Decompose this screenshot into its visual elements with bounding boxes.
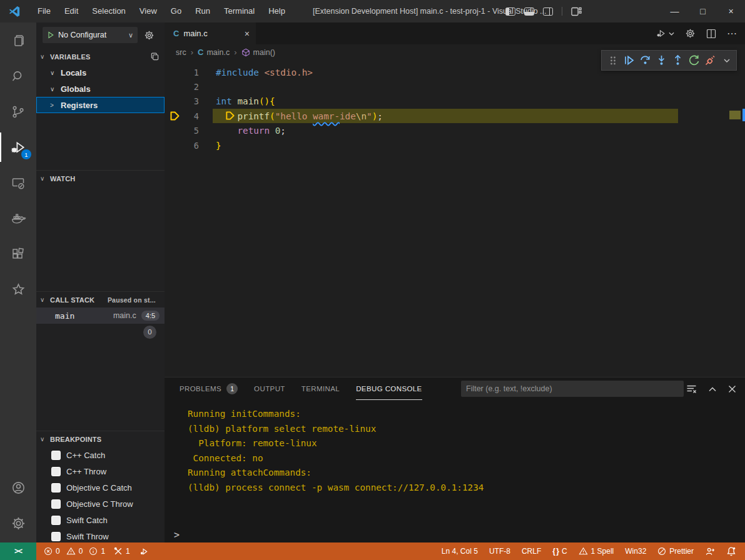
code-editor[interactable]: 1 #include <stdio.h> 2 3 int main(){ 4 p… bbox=[165, 60, 745, 152]
checkbox[interactable] bbox=[51, 483, 61, 492]
accounts-icon[interactable] bbox=[0, 470, 36, 506]
more-actions-icon[interactable]: ⋯ bbox=[727, 28, 737, 39]
toggle-sidebar-icon[interactable] bbox=[505, 8, 515, 16]
console-line: Running attachCommands: bbox=[188, 466, 745, 481]
checkbox[interactable] bbox=[51, 467, 61, 476]
variables-registers-row[interactable]: > Registers bbox=[36, 97, 165, 113]
toolbar-drag-grip[interactable] bbox=[607, 53, 619, 68]
checkbox[interactable] bbox=[51, 516, 61, 525]
minimize-button[interactable]: — bbox=[661, 0, 689, 22]
tab-terminal[interactable]: TERMINAL bbox=[302, 378, 340, 400]
launch-config-gear-icon[interactable] bbox=[144, 30, 155, 41]
token-paren: ( bbox=[270, 111, 275, 121]
search-icon[interactable] bbox=[0, 58, 36, 94]
debug-status[interactable] bbox=[139, 547, 149, 556]
star-icon[interactable] bbox=[0, 272, 36, 308]
clear-console-icon[interactable] bbox=[686, 384, 697, 394]
feedback-person-icon[interactable] bbox=[705, 547, 715, 556]
breakpoint-cpp-catch[interactable]: C++ Catch bbox=[36, 447, 165, 463]
menu-view[interactable]: View bbox=[133, 0, 164, 22]
problems-status[interactable]: 0 0 1 bbox=[44, 547, 105, 556]
line-number[interactable]: 2 bbox=[165, 82, 199, 92]
tab-problems[interactable]: PROBLEMS 1 bbox=[180, 378, 238, 400]
breakpoint-cpp-throw[interactable]: C++ Throw bbox=[36, 463, 165, 479]
tab-close-icon[interactable]: × bbox=[245, 29, 250, 39]
breadcrumb-file[interactable]: C main.c bbox=[198, 48, 230, 57]
menu-file[interactable]: File bbox=[31, 0, 58, 22]
watch-section-header[interactable]: ∨ WATCH bbox=[36, 171, 165, 186]
tab-main-c[interactable]: C main.c × bbox=[165, 22, 256, 44]
debug-current-line-arrow-icon[interactable] bbox=[170, 111, 180, 121]
line-number[interactable]: 5 bbox=[165, 126, 199, 136]
restart-button[interactable] bbox=[688, 53, 700, 68]
breakpoints-section-header[interactable]: ∨ BREAKPOINTS bbox=[36, 431, 165, 447]
platform-indicator[interactable]: Win32 bbox=[625, 547, 646, 556]
line-number[interactable]: 6 bbox=[165, 141, 199, 151]
maximize-panel-icon[interactable] bbox=[709, 386, 716, 392]
debug-config-dropdown[interactable]: No Configurat ∨ bbox=[43, 27, 138, 43]
step-into-button[interactable] bbox=[656, 53, 667, 68]
close-button[interactable]: × bbox=[717, 0, 745, 22]
remote-indicator[interactable]: >< bbox=[0, 542, 36, 560]
variables-globals-row[interactable]: ∨ Globals bbox=[36, 81, 165, 97]
chevron-down-icon bbox=[669, 31, 674, 36]
close-panel-icon[interactable] bbox=[728, 385, 736, 393]
remote-explorer-icon[interactable] bbox=[0, 165, 36, 201]
disconnect-button[interactable] bbox=[704, 53, 716, 68]
breadcrumb-symbol[interactable]: main() bbox=[241, 48, 275, 57]
call-stack-section-header[interactable]: ∨ CALL STACK Paused on st... bbox=[36, 292, 165, 308]
customize-layout-icon[interactable] bbox=[571, 7, 582, 16]
spell-checker-status[interactable]: 1 Spell bbox=[579, 547, 614, 556]
step-over-button[interactable] bbox=[639, 53, 651, 68]
tab-debug-console[interactable]: DEBUG CONSOLE bbox=[356, 378, 422, 400]
menu-help[interactable]: Help bbox=[261, 0, 292, 22]
eol-indicator[interactable]: CRLF bbox=[522, 547, 541, 556]
stack-frame-row[interactable]: main main.c 4:5 bbox=[36, 308, 165, 324]
extensions-icon[interactable] bbox=[0, 236, 36, 272]
run-and-debug-icon[interactable]: 1 bbox=[0, 129, 36, 165]
step-out-button[interactable] bbox=[672, 53, 684, 68]
tools-status[interactable]: 1 bbox=[114, 547, 130, 556]
breakpoint-objc-catch[interactable]: Objective C Catch bbox=[36, 479, 165, 496]
menu-edit[interactable]: Edit bbox=[58, 0, 85, 22]
tab-output[interactable]: OUTPUT bbox=[254, 378, 285, 400]
line-number[interactable]: 3 bbox=[165, 96, 199, 106]
checkbox[interactable] bbox=[51, 499, 61, 509]
menu-terminal[interactable]: Terminal bbox=[217, 0, 261, 22]
line-number[interactable]: 1 bbox=[165, 68, 199, 78]
toggle-secondary-sidebar-icon[interactable] bbox=[543, 8, 553, 16]
menu-selection[interactable]: Selection bbox=[85, 0, 132, 22]
breadcrumb-folder[interactable]: src bbox=[176, 48, 186, 57]
language-mode[interactable]: { } C bbox=[552, 547, 567, 556]
breakpoint-swift-catch[interactable]: Swift Catch bbox=[36, 512, 165, 528]
run-or-debug-button[interactable] bbox=[655, 28, 674, 39]
console-filter-input[interactable] bbox=[461, 381, 684, 397]
breakpoint-objc-throw[interactable]: Objective C Throw bbox=[36, 496, 165, 512]
chevron-down-icon[interactable] bbox=[721, 53, 732, 68]
settings-gear-icon[interactable] bbox=[0, 506, 36, 541]
chevron-right-icon: › bbox=[234, 48, 236, 57]
menu-go[interactable]: Go bbox=[164, 0, 188, 22]
copy-icon[interactable] bbox=[150, 52, 160, 61]
maximize-button[interactable]: □ bbox=[689, 0, 717, 22]
variables-section-header[interactable]: ∨ VARIABLES bbox=[36, 49, 165, 64]
variables-locals-row[interactable]: ∨ Locals bbox=[36, 64, 165, 81]
encoding-indicator[interactable]: UTF-8 bbox=[489, 547, 510, 556]
toggle-panel-icon[interactable] bbox=[524, 8, 534, 16]
notifications-bell-icon[interactable] bbox=[726, 546, 736, 556]
cursor-position[interactable]: Ln 4, Col 5 bbox=[442, 547, 478, 556]
token-semicolon: ; bbox=[377, 111, 383, 121]
breakpoint-swift-throw[interactable]: Swift Throw bbox=[36, 528, 165, 542]
checkbox[interactable] bbox=[51, 451, 61, 460]
split-editor-icon[interactable] bbox=[706, 29, 716, 39]
console-input-prompt[interactable]: > bbox=[174, 529, 180, 541]
docker-icon[interactable] bbox=[0, 201, 36, 236]
continue-button[interactable] bbox=[623, 53, 635, 68]
formatter-status[interactable]: Prettier bbox=[657, 547, 694, 556]
explorer-icon[interactable] bbox=[0, 22, 36, 58]
menu-run[interactable]: Run bbox=[188, 0, 217, 22]
debug-config-label: No Configurat bbox=[58, 31, 124, 39]
source-control-icon[interactable] bbox=[0, 94, 36, 129]
editor-settings-gear-icon[interactable] bbox=[685, 28, 696, 39]
checkbox[interactable] bbox=[51, 532, 61, 541]
